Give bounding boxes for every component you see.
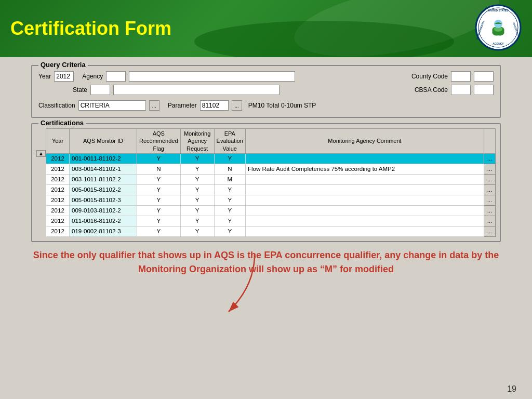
annotation-content: Since the only qualifier that shows up i… [33, 250, 499, 274]
form-row-3: Classification ... Parameter ... PM10 To… [38, 100, 494, 111]
cell-year: 2012 [46, 153, 70, 164]
table-row[interactable]: 2012 005-0015-81102-2 Y Y Y ... [46, 184, 496, 195]
cell-comment [245, 226, 484, 236]
cell-comment: Flow Rate Audit Completeness 75% accordi… [245, 164, 484, 174]
cell-monitor-id: 009-0103-81102-2 [70, 205, 137, 216]
col-comment: Monitoring Agency Comment [245, 129, 484, 154]
table-row[interactable]: 2012 019-0002-81102-3 Y Y Y ... [46, 226, 496, 236]
cell-agency-request: Y [180, 195, 214, 205]
cbsa-code-input2[interactable] [474, 85, 494, 95]
state-name-input[interactable] [113, 85, 280, 95]
cell-monitor-id: 003-1011-81102-2 [70, 174, 137, 184]
certifications-legend: Certifications [38, 119, 86, 127]
classification-input[interactable] [78, 100, 146, 111]
classification-btn[interactable]: ... [149, 100, 159, 111]
agency-name-input[interactable] [129, 71, 295, 82]
row-action-btn[interactable]: ... [484, 226, 496, 236]
cell-monitor-id: 001-0011-81102-2 [70, 153, 137, 164]
table-row[interactable]: 2012 003-1011-81102-2 Y Y M ... [46, 174, 496, 184]
cell-aqs-flag: Y [137, 174, 181, 184]
table-row[interactable]: 2012 009-0103-81102-2 Y Y Y ... [46, 205, 496, 216]
cell-year: 2012 [46, 174, 70, 184]
parameter-label: Parameter [168, 102, 197, 109]
cell-comment [245, 174, 484, 184]
cell-aqs-flag: N [137, 164, 181, 174]
cell-agency-request: Y [180, 184, 214, 195]
table-row[interactable]: 2012 001-0011-81102-2 Y Y Y ... [46, 153, 496, 164]
cell-comment [245, 153, 484, 164]
cbsa-code-label: CBSA Code [415, 86, 448, 94]
table-row[interactable]: 2012 003-0014-81102-1 N Y N Flow Rate Au… [46, 164, 496, 174]
cell-comment [245, 216, 484, 226]
page-number: 19 [507, 384, 516, 394]
cell-year: 2012 [46, 205, 70, 216]
parameter-input[interactable] [200, 100, 229, 111]
annotation-text: Since the only qualifier that shows up i… [31, 248, 501, 276]
year-label: Year [38, 73, 51, 80]
county-code-group: County Code [411, 71, 494, 82]
row-action-btn[interactable]: ... [484, 164, 496, 174]
query-criteria-box: Query Criteria Year Agency County Code S… [31, 65, 501, 118]
row-action-btn[interactable]: ... [484, 205, 496, 216]
cell-monitor-id: 005-0015-81102-2 [70, 184, 137, 195]
agency-input[interactable] [106, 71, 126, 82]
state-input[interactable] [90, 85, 110, 95]
cell-agency-request: Y [180, 164, 214, 174]
cbsa-code-group: CBSA Code [415, 85, 494, 95]
cell-year: 2012 [46, 216, 70, 226]
classification-label: Classification [38, 102, 75, 109]
table-row[interactable]: 2012 005-0015-81102-3 Y Y Y ... [46, 195, 496, 205]
cell-epa-value: Y [214, 184, 245, 195]
cell-agency-request: Y [180, 205, 214, 216]
cell-comment [245, 195, 484, 205]
col-year: Year [46, 129, 70, 154]
cbsa-code-input[interactable] [451, 85, 471, 95]
cell-agency-request: Y [180, 153, 214, 164]
cell-aqs-flag: Y [137, 184, 181, 195]
county-code-label: County Code [411, 73, 448, 80]
col-aqs-flag: AQSRecommendedFlag [137, 129, 181, 154]
row-action-btn[interactable]: ... [484, 184, 496, 195]
col-agency-request: MonitoringAgencyRequest [180, 129, 214, 154]
cell-aqs-flag: Y [137, 195, 181, 205]
cell-epa-value: Y [214, 195, 245, 205]
cell-epa-value: Y [214, 153, 245, 164]
cell-epa-value: Y [214, 205, 245, 216]
cell-comment [245, 205, 484, 216]
row-action-btn[interactable]: ... [484, 153, 496, 164]
cell-comment [245, 184, 484, 195]
parameter-btn[interactable]: ... [232, 100, 242, 111]
cell-epa-value: N [214, 164, 245, 174]
scroll-column: ▲ [36, 128, 46, 237]
main-content: Query Criteria Year Agency County Code S… [0, 57, 532, 399]
col-action [484, 129, 496, 154]
row-action-btn[interactable]: ... [484, 195, 496, 205]
epa-logo: UNITED STATES AGENCY ENVIRONMENTAL PROTE… [475, 4, 522, 51]
form-row-2: State CBSA Code [38, 85, 494, 95]
cell-aqs-flag: Y [137, 216, 181, 226]
cell-epa-value: Y [214, 216, 245, 226]
table-header-row: Year AQS Monitor ID AQSRecommendedFlag M… [46, 129, 496, 154]
table-wrapper: ▲ Year AQS Monitor ID AQSRecommendedFlag… [36, 128, 496, 237]
cell-epa-value: Y [214, 226, 245, 236]
cell-aqs-flag: Y [137, 153, 181, 164]
cell-aqs-flag: Y [137, 205, 181, 216]
table-row[interactable]: 2012 011-0016-81102-2 Y Y Y ... [46, 216, 496, 226]
query-criteria-legend: Query Criteria [38, 61, 88, 69]
cell-monitor-id: 003-0014-81102-1 [70, 164, 137, 174]
county-code-input[interactable] [451, 71, 471, 82]
year-input[interactable] [54, 71, 74, 82]
scroll-up-btn[interactable]: ▲ [36, 150, 46, 157]
cell-monitor-id: 019-0002-81102-3 [70, 226, 137, 236]
col-monitor-id: AQS Monitor ID [70, 129, 137, 154]
row-action-btn[interactable]: ... [484, 174, 496, 184]
row-action-btn[interactable]: ... [484, 216, 496, 226]
county-code-input2[interactable] [474, 71, 494, 82]
cell-epa-value: M [214, 174, 245, 184]
form-row-1: Year Agency County Code [38, 71, 494, 82]
svg-text:AGENCY: AGENCY [493, 42, 504, 45]
col-epa-value: EPAEvaluationValue [214, 129, 245, 154]
cell-year: 2012 [46, 195, 70, 205]
certifications-box: Certifications ▲ Year AQS Monitor ID AQS… [31, 123, 501, 242]
table-body: 2012 001-0011-81102-2 Y Y Y ... 2012 003… [46, 153, 496, 236]
